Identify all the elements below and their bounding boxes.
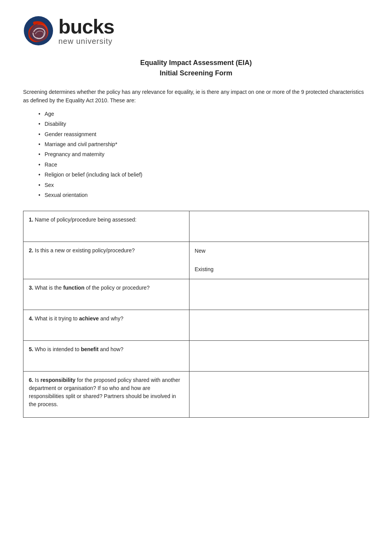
list-item: Disability [38,120,369,128]
page-header: bucks new university [23,15,369,46]
question-3-value[interactable] [189,279,369,310]
list-item: Marriage and civil partnership* [38,140,369,148]
question-4-label: 4. What is it trying to achieve and why? [23,310,189,340]
question-2-value: New Existing [189,242,369,279]
list-item: Sex [38,181,369,189]
logo-text: bucks new university [58,17,114,45]
logo: bucks new university [23,15,114,46]
table-row: 4. What is it trying to achieve and why? [23,310,369,340]
question-6-label: 6. Is responsibility for the proposed po… [23,371,189,417]
table-row: 2. Is this a new or existing policy/proc… [23,242,369,279]
question-5-value[interactable] [189,340,369,371]
intro-paragraph: Screening determines whether the policy … [23,88,369,105]
list-item: Religion or belief (including lack of be… [38,170,369,179]
list-item: Pregnancy and maternity [38,150,369,158]
question-4-value[interactable] [189,310,369,340]
logo-bucks-text: bucks [58,17,114,37]
list-item: Sexual orientation [38,191,369,199]
list-item: Age [38,110,369,118]
page-title: Equality Impact Assessment (EIA) Initial… [23,58,369,78]
question-5-label: 5. Who is intended to benefit and how? [23,340,189,371]
table-row: 5. Who is intended to benefit and how? [23,340,369,371]
question-1-value[interactable] [189,211,369,242]
list-item: Gender reassignment [38,130,369,138]
table-row: 1. Name of policy/procedure being assess… [23,211,369,242]
question-3-label: 3. What is the function of the policy or… [23,279,189,310]
logo-subtext: new university [58,37,114,45]
list-item: Race [38,160,369,169]
table-row: 3. What is the function of the policy or… [23,279,369,310]
form-table: 1. Name of policy/procedure being assess… [23,211,369,417]
table-row: 6. Is responsibility for the proposed po… [23,371,369,417]
question-1-label: 1. Name of policy/procedure being assess… [23,211,189,242]
question-2-label: 2. Is this a new or existing policy/proc… [23,242,189,279]
characteristics-list: Age Disability Gender reassignment Marri… [38,110,369,200]
question-6-value[interactable] [189,371,369,417]
title-line1: Equality Impact Assessment (EIA) Initial… [23,58,369,78]
logo-icon [23,15,54,46]
